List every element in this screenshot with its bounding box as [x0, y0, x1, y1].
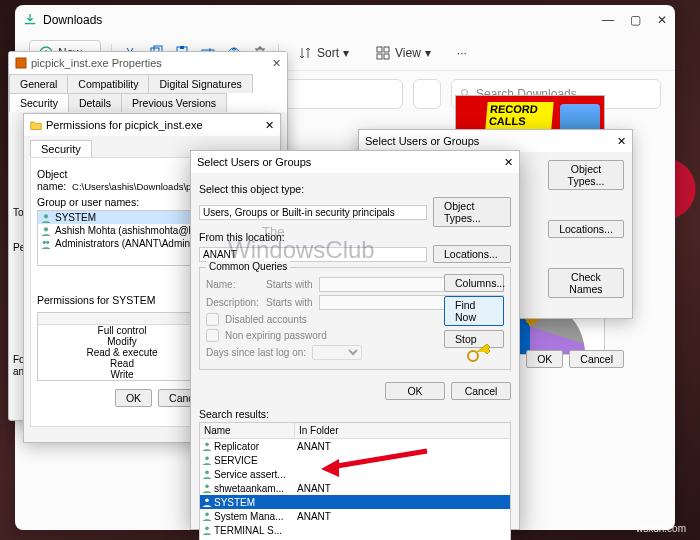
- cq-days-select: [312, 345, 362, 360]
- result-row[interactable]: System Mana...ANANT: [200, 509, 510, 523]
- sort-button[interactable]: Sort ▾: [289, 41, 357, 65]
- tabs-row2: Security Details Previous Versions: [9, 93, 287, 112]
- tab-compatibility[interactable]: Compatibility: [67, 74, 149, 93]
- close-icon[interactable]: ✕: [265, 119, 274, 132]
- object-name-label: Object name:: [37, 168, 67, 192]
- svg-point-17: [46, 240, 49, 243]
- svg-rect-11: [384, 54, 389, 59]
- select-bg-title-text: Select Users or Groups: [365, 135, 479, 147]
- cq-starts-label: Starts with: [266, 279, 313, 290]
- tabs-row1: General Compatibility Digital Signatures: [9, 74, 287, 93]
- location-label: From this location:: [199, 231, 511, 243]
- svg-point-20: [205, 457, 209, 461]
- properties-title-text: picpick_inst.exe Properties: [31, 57, 162, 69]
- cq-nonexp-check: [206, 329, 219, 342]
- cq-desc-label: Description:: [206, 297, 260, 308]
- svg-rect-8: [377, 47, 382, 52]
- permissions-titlebar[interactable]: Permissions for picpick_inst.exe ✕: [24, 114, 280, 136]
- svg-rect-13: [16, 58, 26, 68]
- more-button[interactable]: ···: [449, 42, 475, 64]
- select-title-text: Select Users or Groups: [197, 156, 311, 168]
- downloads-titlebar[interactable]: Downloads — ▢ ✕: [15, 5, 675, 35]
- props-icon: [15, 57, 27, 69]
- col-name[interactable]: Name: [200, 423, 295, 438]
- svg-point-21: [205, 471, 209, 475]
- view-button[interactable]: View ▾: [367, 41, 439, 65]
- result-row[interactable]: SYSTEM: [200, 495, 510, 509]
- result-row[interactable]: ReplicatorANANT: [200, 439, 510, 453]
- view-label: View: [395, 46, 421, 60]
- minimize-button[interactable]: —: [602, 13, 614, 27]
- select-users-dialog: Select Users or Groups ✕ Select this obj…: [190, 150, 520, 530]
- permissions-title-text: Permissions for picpick_inst.exe: [46, 119, 203, 131]
- tab-previous-versions[interactable]: Previous Versions: [121, 93, 227, 112]
- cq-disabled-label: Disabled accounts: [225, 314, 307, 325]
- properties-titlebar[interactable]: picpick_inst.exe Properties ✕: [9, 52, 287, 74]
- cq-days-label: Days since last log on:: [206, 347, 306, 358]
- svg-point-23: [205, 499, 209, 503]
- close-icon[interactable]: ✕: [272, 57, 281, 70]
- folder-icon: [30, 119, 42, 131]
- svg-point-16: [43, 240, 46, 243]
- view-icon: [375, 45, 391, 61]
- result-row[interactable]: TERMINAL S...: [200, 523, 510, 537]
- find-now-button[interactable]: Find Now: [444, 296, 504, 326]
- cq-name-label: Name:: [206, 279, 260, 290]
- svg-point-24: [205, 513, 209, 517]
- watermark-url: wsxdn.com: [636, 523, 686, 534]
- svg-point-19: [205, 443, 209, 447]
- cq-disabled-check: [206, 313, 219, 326]
- result-row[interactable]: Service assert...: [200, 467, 510, 481]
- select-bg-ok[interactable]: OK: [526, 350, 563, 368]
- tab-digital-signatures[interactable]: Digital Signatures: [148, 74, 252, 93]
- common-queries-label: Common Queries: [206, 261, 290, 272]
- col-folder[interactable]: In Folder: [295, 423, 342, 438]
- close-button[interactable]: ✕: [657, 13, 667, 27]
- sort-label: Sort: [317, 46, 339, 60]
- select-ok-button[interactable]: OK: [385, 382, 445, 400]
- edge-label-to: To: [13, 207, 24, 218]
- object-types-button-bg[interactable]: Object Types...: [548, 160, 624, 190]
- perms-ok-button[interactable]: OK: [115, 389, 152, 407]
- select-bg-titlebar[interactable]: Select Users or Groups ✕: [359, 130, 632, 152]
- refresh-button[interactable]: [413, 79, 441, 109]
- svg-point-25: [205, 527, 209, 531]
- downloads-icon: [23, 13, 37, 27]
- cq-nonexp-label: Non expiring password: [225, 330, 327, 341]
- tab-security-perm[interactable]: Security: [30, 140, 92, 157]
- object-type-input[interactable]: [199, 205, 427, 220]
- svg-point-22: [205, 485, 209, 489]
- downloads-title-text: Downloads: [43, 13, 102, 27]
- search-results-label: Search results:: [191, 406, 519, 422]
- close-icon[interactable]: ✕: [617, 135, 626, 148]
- object-type-label: Select this object type:: [199, 183, 511, 195]
- common-queries-group: Common Queries Columns... Find Now Stop …: [199, 267, 511, 370]
- close-icon[interactable]: ✕: [504, 156, 513, 169]
- tab-details[interactable]: Details: [68, 93, 122, 112]
- locations-button-bg[interactable]: Locations...: [548, 220, 624, 238]
- location-input[interactable]: [199, 247, 427, 262]
- check-names-button[interactable]: Check Names: [548, 268, 624, 298]
- cq-starts-label2: Starts with: [266, 297, 313, 308]
- tab-general[interactable]: General: [9, 74, 68, 93]
- select-cancel-button[interactable]: Cancel: [451, 382, 511, 400]
- select-titlebar[interactable]: Select Users or Groups ✕: [191, 151, 519, 173]
- sort-icon: [297, 45, 313, 61]
- select-bg-cancel[interactable]: Cancel: [569, 350, 624, 368]
- result-row[interactable]: SERVICE: [200, 453, 510, 467]
- svg-rect-6: [180, 46, 184, 49]
- svg-point-14: [44, 214, 48, 218]
- tab-security[interactable]: Security: [9, 93, 69, 112]
- object-types-button[interactable]: Object Types...: [433, 197, 511, 227]
- locations-button[interactable]: Locations...: [433, 245, 511, 263]
- svg-point-15: [44, 227, 48, 231]
- key-search-icon: [466, 343, 498, 363]
- search-results-list[interactable]: Name In Folder ReplicatorANANTSERVICESer…: [199, 422, 511, 540]
- svg-rect-9: [384, 47, 389, 52]
- svg-rect-10: [377, 54, 382, 59]
- result-row[interactable]: shwetaankam...ANANT: [200, 481, 510, 495]
- maximize-button[interactable]: ▢: [630, 13, 641, 27]
- columns-button[interactable]: Columns...: [444, 274, 504, 292]
- svg-point-18: [468, 351, 478, 361]
